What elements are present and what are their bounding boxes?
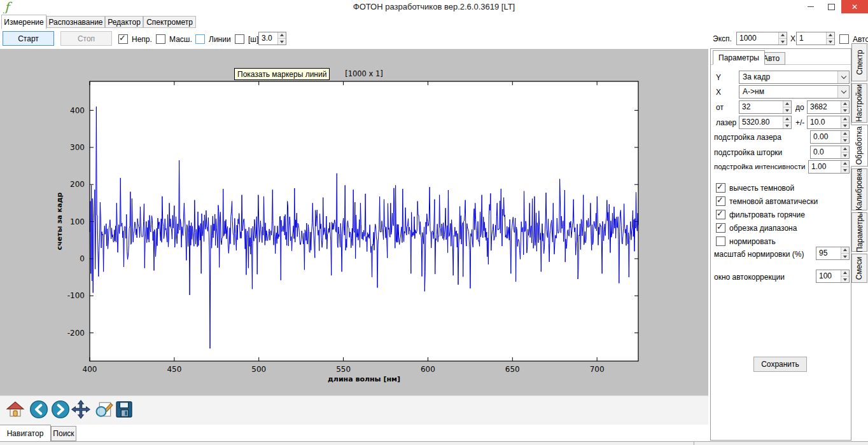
x-mode-combobox[interactable]: А->нм [739, 85, 850, 99]
laser-spinner[interactable]: 5320.80 [739, 116, 792, 129]
bottom-tab-strip: Навигатор Поиск [0, 425, 708, 441]
spin-down-icon[interactable] [826, 39, 834, 44]
spin-down-icon[interactable] [841, 277, 849, 282]
home-icon[interactable] [5, 399, 25, 420]
tab-navigator[interactable]: Навигатор [0, 425, 51, 441]
frames-x-label: X [790, 34, 795, 43]
spin-up-icon[interactable] [841, 101, 849, 107]
range-from-spinner[interactable]: 32 [739, 100, 792, 114]
spin-up-icon[interactable] [841, 131, 849, 137]
spin-down-icon[interactable] [841, 107, 849, 113]
auto-exposure-checkbox[interactable] [839, 34, 849, 44]
start-button[interactable]: Старт [3, 31, 54, 46]
spin-down-icon[interactable] [841, 167, 849, 173]
tune-intensity-spinner[interactable]: 1.00 [808, 160, 850, 174]
spin-up-icon[interactable] [277, 32, 286, 39]
line-width-spinner[interactable]: 3.0 [258, 32, 286, 45]
side-tab-kalibrovka[interactable]: Калибровка [851, 168, 867, 210]
side-tab-obrabotka[interactable]: Обработка [851, 125, 868, 167]
width-label: [ш] [248, 35, 258, 44]
stop-button[interactable]: Стоп [60, 31, 112, 46]
normalize-checkbox[interactable] [716, 236, 725, 246]
width-checkbox[interactable] [235, 34, 244, 44]
chevron-down-icon[interactable] [837, 71, 849, 83]
side-tab-parametry[interactable]: Параметры [851, 212, 867, 252]
svg-text:300: 300 [70, 143, 85, 152]
minimize-button[interactable] [801, 0, 821, 13]
spin-down-icon[interactable] [783, 123, 791, 128]
spin-up-icon[interactable] [826, 32, 834, 39]
spin-up-icon[interactable] [841, 161, 849, 167]
y-mode-combobox[interactable]: За кадр [739, 71, 850, 84]
spin-up-icon[interactable] [841, 247, 849, 254]
scale-checkbox[interactable] [156, 34, 165, 44]
tab-redaktor[interactable]: Редактор [105, 16, 143, 28]
crop-range-checkbox[interactable] [716, 223, 725, 233]
spin-down-icon[interactable] [841, 137, 849, 143]
filter-hot-checkbox[interactable] [716, 210, 725, 219]
spin-up-icon[interactable] [841, 270, 849, 277]
spin-up-icon[interactable] [783, 101, 791, 107]
spin-up-icon[interactable] [841, 146, 849, 153]
tab-izmerenie[interactable]: Измерение [1, 15, 46, 29]
spin-down-icon[interactable] [841, 254, 849, 259]
svg-text:0: 0 [80, 254, 85, 263]
application-window: ƒ ФОТОН разработчиков вер.2.6.0.3619 [LT… [0, 0, 868, 445]
spin-up-icon[interactable] [778, 32, 787, 39]
auto-exposure-label: Авто [853, 35, 868, 44]
range-to-spinner[interactable]: 3682 [807, 100, 850, 114]
laser-pm-spinner[interactable]: 10.0 [807, 116, 850, 129]
autocorr-label: окно автокоррекции [714, 273, 785, 282]
save-button[interactable]: Сохранить [753, 357, 807, 372]
frames-spinner[interactable]: 1 [796, 32, 835, 45]
tab-poisk[interactable]: Поиск [51, 426, 76, 441]
spin-up-icon[interactable] [783, 116, 791, 123]
tab-spektrometr[interactable]: Спектрометр [143, 16, 196, 28]
range-from-label: от [716, 103, 724, 112]
laser-label: лазер [716, 118, 736, 127]
close-button[interactable]: ✕ [841, 0, 868, 13]
line-markers-tooltip: Показать маркеры линий [234, 68, 330, 80]
autocorr-spinner[interactable]: 100 [816, 270, 850, 283]
tab-parametry-panel[interactable]: Параметры [713, 50, 765, 65]
y-mode-label: Y [716, 73, 721, 82]
spin-down-icon[interactable] [277, 39, 286, 44]
spin-down-icon[interactable] [778, 39, 787, 44]
exposure-spinner[interactable]: 1000 [736, 32, 787, 45]
tune-shutter-spinner[interactable]: 0.0 [810, 146, 850, 159]
minimize-icon [808, 6, 814, 7]
svg-text:200: 200 [70, 180, 85, 189]
side-tab-nastroyki[interactable]: Настройки [851, 83, 867, 123]
norm-scale-spinner[interactable]: 95 [816, 247, 850, 260]
spin-down-icon[interactable] [841, 153, 849, 158]
forward-icon[interactable] [50, 399, 71, 420]
subtract-dark-label: вычесть темновой [729, 184, 794, 193]
side-tab-spektr[interactable]: Спектр [851, 43, 867, 81]
edit-plot-icon[interactable] [94, 399, 114, 420]
continuous-checkbox[interactable] [118, 34, 128, 44]
save-icon[interactable] [114, 399, 134, 420]
subtract-dark-checkbox[interactable] [716, 183, 725, 193]
spin-up-icon[interactable] [841, 116, 849, 123]
svg-text:700: 700 [590, 365, 605, 374]
norm-scale-label: масштаб нормировки (%) [714, 250, 804, 259]
svg-text:450: 450 [167, 365, 181, 374]
lines-label: Линии [209, 35, 231, 44]
chevron-down-icon[interactable] [837, 86, 849, 98]
side-tab-smesi[interactable]: Смеси [851, 254, 867, 283]
back-icon[interactable] [29, 399, 49, 420]
svg-text:650: 650 [505, 365, 520, 374]
pan-icon[interactable] [71, 399, 91, 420]
spin-down-icon[interactable] [783, 107, 791, 113]
tab-raspoznavanie[interactable]: Распознавание [46, 16, 105, 28]
tune-laser-label: подстройка лазера [714, 133, 781, 142]
spin-down-icon[interactable] [841, 123, 849, 128]
spectrum-figure: 4004505005506006507004003002001000-100-2… [0, 49, 708, 395]
svg-text:500: 500 [251, 365, 266, 374]
dark-auto-checkbox[interactable] [716, 196, 725, 206]
svg-text:[1000 x 1]: [1000 x 1] [345, 69, 383, 78]
lines-checkbox[interactable] [195, 34, 205, 44]
maximize-restore-button[interactable] [821, 0, 841, 13]
spectrum-chart[interactable]: 4004505005506006507004003002001000-100-2… [0, 49, 708, 395]
tune-laser-spinner[interactable]: 0.00 [810, 130, 850, 144]
